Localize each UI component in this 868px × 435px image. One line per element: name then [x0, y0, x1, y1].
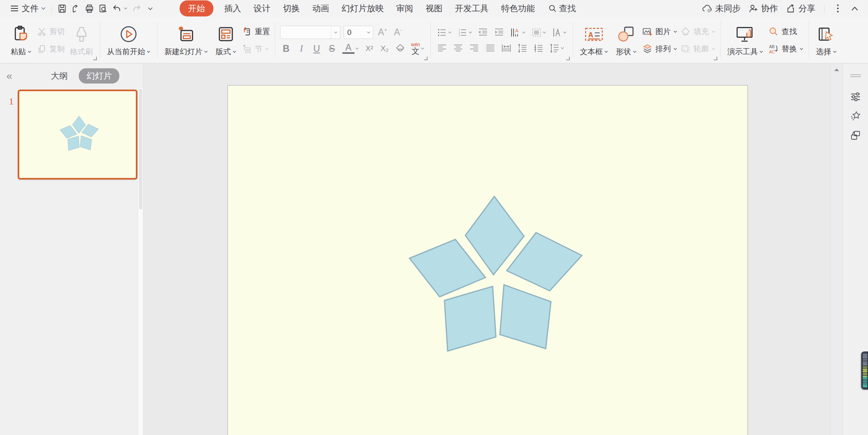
outline-chevron-icon: [712, 48, 715, 50]
slide-panel-scrollbar[interactable]: [138, 88, 143, 435]
new-slide-label: 新建幻灯片: [164, 47, 203, 57]
font-dialog-launcher[interactable]: [424, 57, 428, 60]
slide-thumbnail[interactable]: [18, 90, 137, 180]
arrange-button[interactable]: 排列: [642, 42, 677, 56]
present-tools-button[interactable]: 演示工具: [725, 21, 765, 59]
bullets-button[interactable]: [436, 27, 453, 39]
paragraph-layout-button[interactable]: [530, 27, 547, 39]
align-left-button[interactable]: [436, 42, 448, 54]
strikethrough-button[interactable]: S: [326, 43, 338, 54]
tab-插入[interactable]: 插入: [224, 0, 241, 16]
phonetic-guide-button[interactable]: wén 文: [410, 43, 426, 55]
print-button[interactable]: [82, 2, 96, 15]
text-direction-button[interactable]: A: [509, 27, 527, 39]
tab-outline[interactable]: 大纲: [51, 70, 68, 82]
stripe-widget[interactable]: [861, 351, 868, 390]
paste-button[interactable]: 粘贴: [8, 21, 34, 59]
file-menu-button[interactable]: 文件: [7, 2, 48, 15]
ribbon-separator: [100, 22, 100, 58]
sync-status-button[interactable]: 未同步: [699, 2, 743, 15]
star-petal[interactable]: [500, 285, 551, 349]
star-petal[interactable]: [80, 136, 92, 150]
increase-para-spacing-button[interactable]: [516, 42, 529, 54]
panel-collapse-button[interactable]: «: [6, 71, 12, 81]
font-name-combo[interactable]: [280, 26, 340, 39]
slide[interactable]: [227, 85, 748, 435]
star-petal[interactable]: [68, 136, 80, 151]
line-spacing-button[interactable]: [548, 42, 565, 54]
replace-button[interactable]: ABAC 替换: [768, 42, 803, 56]
customize-quickbar-button[interactable]: [143, 2, 157, 15]
new-slide-button[interactable]: 新建幻灯片: [162, 21, 210, 59]
align-right-button[interactable]: [468, 42, 481, 54]
subscript-button[interactable]: X₂: [379, 44, 391, 53]
ribbon-separator: [808, 22, 809, 58]
align-center-button[interactable]: [452, 42, 465, 54]
share-button[interactable]: 分享: [784, 2, 818, 15]
canvas-scrollbar[interactable]: [830, 64, 842, 435]
find-button[interactable]: 查找: [768, 25, 803, 39]
undo-button[interactable]: [110, 2, 130, 15]
textbox-button[interactable]: A 文本框: [578, 21, 610, 59]
increase-indent-button[interactable]: [493, 27, 506, 39]
slide-canvas: [143, 64, 842, 435]
decrease-indent-button[interactable]: [477, 27, 489, 39]
drawing-dialog-launcher[interactable]: [714, 57, 717, 60]
save-button[interactable]: [55, 2, 69, 15]
shapes-button[interactable]: 形状: [613, 21, 639, 59]
paragraph-dialog-launcher[interactable]: [566, 57, 570, 60]
tab-slides[interactable]: 幻灯片: [79, 68, 119, 84]
decrease-para-spacing-button[interactable]: [532, 42, 545, 54]
present-tools-icon: [736, 25, 755, 43]
clear-format-button[interactable]: [394, 43, 407, 55]
tab-开发工具[interactable]: 开发工具: [455, 0, 489, 16]
collaborate-button[interactable]: 协作: [746, 2, 780, 15]
tab-审阅[interactable]: 审阅: [396, 0, 413, 16]
text-tools-button[interactable]: [551, 27, 568, 39]
collapse-ribbon-button[interactable]: [848, 2, 862, 15]
bold-button[interactable]: B: [280, 43, 292, 54]
outline-label: 轮廓: [694, 44, 709, 54]
tab-幻灯片放映[interactable]: 幻灯片放映: [342, 0, 384, 16]
layout-button[interactable]: 版式: [213, 21, 239, 59]
transition-icon: [850, 130, 861, 141]
font-color-button[interactable]: A: [341, 43, 360, 55]
replace-chevron-icon: [800, 48, 803, 50]
clipboard-dialog-launcher[interactable]: [93, 57, 97, 60]
italic-button[interactable]: I: [295, 43, 307, 54]
reset-button[interactable]: 重置: [242, 25, 270, 39]
object-properties-button[interactable]: [843, 87, 868, 106]
animation-pane-button[interactable]: [843, 106, 868, 126]
slideshow-group: 从当前开始: [101, 19, 156, 61]
numbering-button[interactable]: [456, 27, 473, 39]
titlebar-search-button[interactable]: 查找: [548, 3, 576, 14]
tab-视图[interactable]: 视图: [426, 0, 442, 16]
tab-特色功能[interactable]: 特色功能: [501, 0, 535, 16]
tab-切换[interactable]: 切换: [283, 0, 300, 16]
align-left-icon: [437, 43, 447, 53]
superscript-button[interactable]: X²: [363, 44, 375, 53]
export-pdf-button[interactable]: [69, 2, 82, 15]
tab-开始[interactable]: 开始: [180, 0, 213, 16]
tab-动画[interactable]: 动画: [312, 0, 329, 16]
more-menu-button[interactable]: [831, 2, 845, 15]
tab-设计[interactable]: 设计: [254, 0, 270, 16]
distribute-button[interactable]: [500, 42, 513, 54]
select-group: 选择: [809, 19, 843, 61]
picture-button[interactable]: 图片: [642, 25, 677, 39]
ribbon-separator: [275, 22, 275, 58]
underline-button[interactable]: U: [311, 43, 323, 54]
justify-button[interactable]: [484, 42, 497, 54]
play-from-current-button[interactable]: 从当前开始: [105, 21, 152, 59]
star-petal[interactable]: [444, 286, 496, 351]
font-size-combo[interactable]: 0: [344, 26, 373, 39]
print-preview-button[interactable]: [96, 2, 110, 15]
select-button[interactable]: 选择: [813, 21, 839, 59]
svg-text:A: A: [515, 28, 518, 34]
decrease-para-spacing-icon: [533, 43, 544, 53]
scroll-up-icon[interactable]: [834, 68, 839, 71]
sidebar-handle[interactable]: [843, 66, 868, 86]
titlebar-right-divider: [824, 4, 825, 13]
transition-pane-button[interactable]: [843, 126, 868, 145]
ribbon-separator: [430, 22, 431, 58]
